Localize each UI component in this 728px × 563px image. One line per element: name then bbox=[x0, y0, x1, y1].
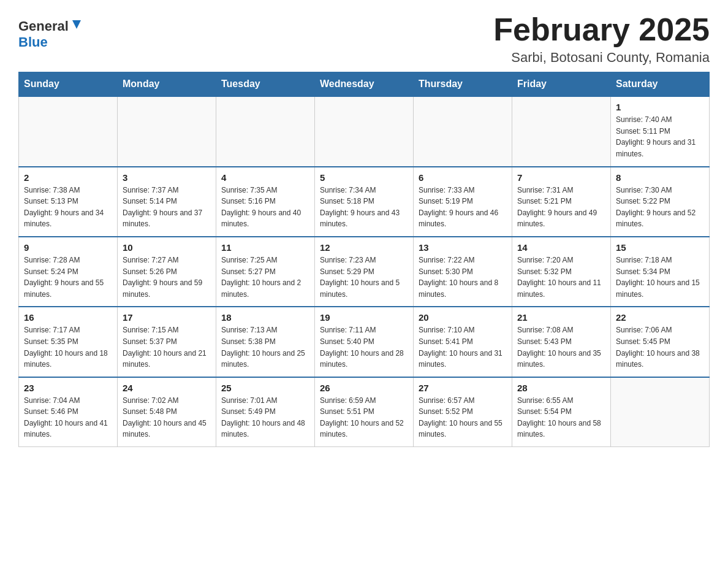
day-info: Sunrise: 7:30 AM Sunset: 5:22 PM Dayligh… bbox=[616, 185, 704, 230]
calendar-day-cell bbox=[19, 96, 118, 166]
day-info: Sunrise: 7:02 AM Sunset: 5:48 PM Dayligh… bbox=[123, 395, 211, 440]
day-number: 19 bbox=[320, 312, 408, 323]
day-number: 26 bbox=[320, 383, 408, 393]
day-header-tuesday: Tuesday bbox=[216, 72, 315, 97]
calendar-day-cell bbox=[315, 96, 414, 166]
logo-arrow-icon bbox=[70, 18, 83, 31]
day-number: 27 bbox=[419, 383, 507, 393]
calendar-day-cell: 2Sunrise: 7:38 AM Sunset: 5:13 PM Daylig… bbox=[19, 167, 118, 237]
day-number: 5 bbox=[320, 172, 408, 183]
calendar-day-cell bbox=[118, 96, 216, 166]
calendar-day-cell: 22Sunrise: 7:06 AM Sunset: 5:45 PM Dayli… bbox=[611, 307, 710, 377]
day-number: 21 bbox=[517, 312, 605, 323]
calendar-day-cell: 23Sunrise: 7:04 AM Sunset: 5:46 PM Dayli… bbox=[19, 377, 118, 447]
day-info: Sunrise: 6:55 AM Sunset: 5:54 PM Dayligh… bbox=[517, 395, 605, 440]
day-info: Sunrise: 6:57 AM Sunset: 5:52 PM Dayligh… bbox=[419, 395, 507, 440]
day-info: Sunrise: 7:38 AM Sunset: 5:13 PM Dayligh… bbox=[24, 185, 112, 230]
day-info: Sunrise: 6:59 AM Sunset: 5:51 PM Dayligh… bbox=[320, 395, 408, 440]
calendar-day-cell: 24Sunrise: 7:02 AM Sunset: 5:48 PM Dayli… bbox=[118, 377, 216, 447]
calendar-title: February 2025 bbox=[493, 12, 710, 47]
calendar-subtitle: Sarbi, Botosani County, Romania bbox=[493, 50, 710, 66]
day-number: 12 bbox=[320, 242, 408, 253]
day-info: Sunrise: 7:27 AM Sunset: 5:26 PM Dayligh… bbox=[123, 255, 211, 300]
day-header-thursday: Thursday bbox=[414, 72, 512, 97]
calendar-day-cell: 1Sunrise: 7:40 AM Sunset: 5:11 PM Daylig… bbox=[611, 96, 710, 166]
calendar-day-cell bbox=[216, 96, 315, 166]
day-number: 14 bbox=[517, 242, 605, 253]
day-info: Sunrise: 7:20 AM Sunset: 5:32 PM Dayligh… bbox=[517, 255, 605, 300]
day-number: 3 bbox=[123, 172, 211, 183]
day-number: 23 bbox=[24, 383, 112, 393]
day-header-wednesday: Wednesday bbox=[315, 72, 414, 97]
calendar-day-cell: 6Sunrise: 7:33 AM Sunset: 5:19 PM Daylig… bbox=[414, 167, 512, 237]
day-number: 2 bbox=[24, 172, 112, 183]
calendar-day-cell: 10Sunrise: 7:27 AM Sunset: 5:26 PM Dayli… bbox=[118, 237, 216, 307]
day-number: 10 bbox=[123, 242, 211, 253]
calendar-day-cell: 3Sunrise: 7:37 AM Sunset: 5:14 PM Daylig… bbox=[118, 167, 216, 237]
calendar-week-row: 23Sunrise: 7:04 AM Sunset: 5:46 PM Dayli… bbox=[19, 377, 710, 447]
logo-general-text: General bbox=[18, 18, 69, 34]
calendar-day-cell: 13Sunrise: 7:22 AM Sunset: 5:30 PM Dayli… bbox=[414, 237, 512, 307]
calendar-day-cell: 25Sunrise: 7:01 AM Sunset: 5:49 PM Dayli… bbox=[216, 377, 315, 447]
calendar-day-cell: 8Sunrise: 7:30 AM Sunset: 5:22 PM Daylig… bbox=[611, 167, 710, 237]
calendar-day-cell: 27Sunrise: 6:57 AM Sunset: 5:52 PM Dayli… bbox=[414, 377, 512, 447]
logo: General Blue bbox=[18, 12, 83, 50]
day-info: Sunrise: 7:13 AM Sunset: 5:38 PM Dayligh… bbox=[221, 324, 309, 370]
calendar-day-cell bbox=[414, 96, 512, 166]
day-info: Sunrise: 7:40 AM Sunset: 5:11 PM Dayligh… bbox=[616, 114, 704, 159]
day-info: Sunrise: 7:25 AM Sunset: 5:27 PM Dayligh… bbox=[221, 255, 309, 300]
day-number: 1 bbox=[616, 102, 704, 112]
calendar-day-cell: 7Sunrise: 7:31 AM Sunset: 5:21 PM Daylig… bbox=[512, 167, 611, 237]
calendar-table: SundayMondayTuesdayWednesdayThursdayFrid… bbox=[18, 72, 710, 447]
day-number: 25 bbox=[221, 383, 309, 393]
calendar-day-cell: 19Sunrise: 7:11 AM Sunset: 5:40 PM Dayli… bbox=[315, 307, 414, 377]
day-info: Sunrise: 7:17 AM Sunset: 5:35 PM Dayligh… bbox=[24, 324, 112, 370]
day-info: Sunrise: 7:35 AM Sunset: 5:16 PM Dayligh… bbox=[221, 185, 309, 230]
day-header-friday: Friday bbox=[512, 72, 611, 97]
day-info: Sunrise: 7:18 AM Sunset: 5:34 PM Dayligh… bbox=[616, 255, 704, 300]
day-number: 28 bbox=[517, 383, 605, 393]
calendar-day-cell: 26Sunrise: 6:59 AM Sunset: 5:51 PM Dayli… bbox=[315, 377, 414, 447]
calendar-day-cell: 11Sunrise: 7:25 AM Sunset: 5:27 PM Dayli… bbox=[216, 237, 315, 307]
day-info: Sunrise: 7:31 AM Sunset: 5:21 PM Dayligh… bbox=[517, 185, 605, 230]
calendar-day-cell: 5Sunrise: 7:34 AM Sunset: 5:18 PM Daylig… bbox=[315, 167, 414, 237]
calendar-header-row: SundayMondayTuesdayWednesdayThursdayFrid… bbox=[19, 72, 710, 97]
calendar-day-cell: 20Sunrise: 7:10 AM Sunset: 5:41 PM Dayli… bbox=[414, 307, 512, 377]
calendar-day-cell: 18Sunrise: 7:13 AM Sunset: 5:38 PM Dayli… bbox=[216, 307, 315, 377]
day-number: 6 bbox=[419, 172, 507, 183]
calendar-week-row: 9Sunrise: 7:28 AM Sunset: 5:24 PM Daylig… bbox=[19, 237, 710, 307]
calendar-day-cell: 16Sunrise: 7:17 AM Sunset: 5:35 PM Dayli… bbox=[19, 307, 118, 377]
svg-marker-0 bbox=[72, 20, 81, 29]
calendar-day-cell: 4Sunrise: 7:35 AM Sunset: 5:16 PM Daylig… bbox=[216, 167, 315, 237]
day-info: Sunrise: 7:33 AM Sunset: 5:19 PM Dayligh… bbox=[419, 185, 507, 230]
calendar-day-cell: 17Sunrise: 7:15 AM Sunset: 5:37 PM Dayli… bbox=[118, 307, 216, 377]
calendar-day-cell: 15Sunrise: 7:18 AM Sunset: 5:34 PM Dayli… bbox=[611, 237, 710, 307]
calendar-day-cell: 28Sunrise: 6:55 AM Sunset: 5:54 PM Dayli… bbox=[512, 377, 611, 447]
day-number: 22 bbox=[616, 312, 704, 323]
day-info: Sunrise: 7:34 AM Sunset: 5:18 PM Dayligh… bbox=[320, 185, 408, 230]
day-number: 18 bbox=[221, 312, 309, 323]
day-header-saturday: Saturday bbox=[611, 72, 710, 97]
day-number: 4 bbox=[221, 172, 309, 183]
calendar-week-row: 16Sunrise: 7:17 AM Sunset: 5:35 PM Dayli… bbox=[19, 307, 710, 377]
calendar-day-cell: 14Sunrise: 7:20 AM Sunset: 5:32 PM Dayli… bbox=[512, 237, 611, 307]
day-number: 20 bbox=[419, 312, 507, 323]
day-info: Sunrise: 7:37 AM Sunset: 5:14 PM Dayligh… bbox=[123, 185, 211, 230]
calendar-day-cell: 9Sunrise: 7:28 AM Sunset: 5:24 PM Daylig… bbox=[19, 237, 118, 307]
day-info: Sunrise: 7:28 AM Sunset: 5:24 PM Dayligh… bbox=[24, 255, 112, 300]
calendar-week-row: 2Sunrise: 7:38 AM Sunset: 5:13 PM Daylig… bbox=[19, 167, 710, 237]
day-header-monday: Monday bbox=[118, 72, 216, 97]
day-info: Sunrise: 7:15 AM Sunset: 5:37 PM Dayligh… bbox=[123, 324, 211, 370]
logo-blue-text: Blue bbox=[18, 34, 48, 50]
calendar-week-row: 1Sunrise: 7:40 AM Sunset: 5:11 PM Daylig… bbox=[19, 96, 710, 166]
calendar-day-cell: 21Sunrise: 7:08 AM Sunset: 5:43 PM Dayli… bbox=[512, 307, 611, 377]
calendar-day-cell bbox=[611, 377, 710, 447]
day-info: Sunrise: 7:11 AM Sunset: 5:40 PM Dayligh… bbox=[320, 324, 408, 370]
day-info: Sunrise: 7:06 AM Sunset: 5:45 PM Dayligh… bbox=[616, 324, 704, 370]
day-info: Sunrise: 7:01 AM Sunset: 5:49 PM Dayligh… bbox=[221, 395, 309, 440]
page-header: General Blue February 2025 Sarbi, Botosa… bbox=[18, 12, 710, 66]
day-number: 17 bbox=[123, 312, 211, 323]
day-header-sunday: Sunday bbox=[19, 72, 118, 97]
day-number: 8 bbox=[616, 172, 704, 183]
day-number: 9 bbox=[24, 242, 112, 253]
